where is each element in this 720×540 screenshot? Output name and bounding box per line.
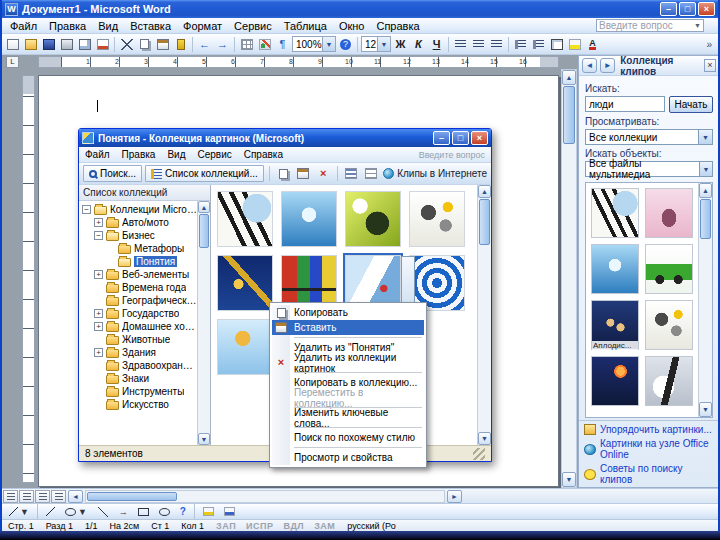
clip-running-people[interactable] [591,188,639,238]
undo-button[interactable]: ← [196,36,213,53]
office-online-link[interactable]: Картинки на узле Office Online [584,438,714,460]
tree-item[interactable]: Времена года [79,281,197,294]
clip-running-people[interactable] [217,191,273,247]
context-delete-from-organizer[interactable]: ×Удалить из коллекции картинок [272,355,424,370]
save-button[interactable] [40,36,57,53]
tree-item[interactable]: −Коллекции Microsoft Office [79,203,197,216]
dialog-close-button[interactable]: × [471,131,488,145]
collapse-icon[interactable]: − [94,231,103,240]
menu-file[interactable]: Файл [4,19,43,33]
fill-color-button[interactable] [199,505,218,519]
print-layout-view-button[interactable] [35,490,50,503]
help-button[interactable]: ? [337,36,354,53]
clip-ice-head[interactable] [591,244,639,294]
draw-actions-menu[interactable]: ▼ [5,505,33,519]
print-button[interactable] [58,36,75,53]
collections-dropdown[interactable]: Все коллекции ▼ [585,129,713,145]
expand-icon[interactable]: + [94,309,103,318]
dialog-menu-file[interactable]: Файл [79,149,116,160]
clip-hot-air-balloon[interactable] [217,319,273,375]
collapse-icon[interactable]: − [82,205,91,214]
tree-item[interactable]: −Бизнес [79,229,197,242]
clip-green-car[interactable] [645,244,693,294]
align-right-button[interactable] [488,36,505,53]
tree-scrollbar[interactable]: ▲ ▼ [197,201,210,445]
dialog-menu-tools[interactable]: Сервис [191,149,237,160]
menu-tools[interactable]: Сервис [228,19,278,33]
context-paste-highlighted[interactable]: Вставить [272,320,424,335]
spelling-button[interactable] [94,36,111,53]
clip-wedding-couple[interactable] [645,356,693,406]
collection-list-toggle-button[interactable]: Список коллекций... [145,165,264,182]
context-find-similar-style[interactable]: Поиск по похожему стилю [272,430,424,445]
bullets-button[interactable] [530,36,547,53]
tree-item[interactable]: Здравоохранение [79,359,197,372]
redo-button[interactable]: → [214,36,231,53]
tree-item[interactable]: Искусство [79,398,197,411]
resize-grip[interactable] [473,448,485,460]
dialog-maximize-button[interactable]: □ [452,131,469,145]
scroll-down-icon[interactable]: ▼ [478,432,491,445]
align-center-button[interactable] [470,36,487,53]
scroll-down-icon[interactable]: ▼ [699,402,712,417]
scrollbar-thumb[interactable] [563,86,575,144]
format-painter-button[interactable] [172,36,189,53]
scrollbar-thumb[interactable] [479,199,490,245]
menu-edit[interactable]: Правка [43,19,92,33]
tree-item[interactable]: +Веб-элементы [79,268,197,281]
show-paragraph-button[interactable]: ¶ [274,36,291,53]
context-move-to-collection-disabled[interactable]: Переместить в коллекцию... [272,390,424,405]
font-size-combo[interactable]: 12 ▼ [361,36,391,52]
search-tips-link[interactable]: Советы по поиску клипов [584,463,714,485]
dialog-title-bar[interactable]: Понятия - Коллекция картинок (Microsoft)… [79,129,491,147]
go-button[interactable]: Начать [669,96,713,113]
drawing-button[interactable] [256,36,273,53]
toolbar-overflow-button[interactable]: » [702,39,716,50]
expand-icon[interactable]: + [94,348,103,357]
dialog-delete-button[interactable]: × [315,165,332,182]
clips-online-link[interactable]: Клипы в Интернете [383,168,487,179]
tree-item[interactable]: Географические карты [79,294,197,307]
tree-item[interactable]: +Здания [79,346,197,359]
document-vertical-scrollbar[interactable]: ▲ ▼ [561,69,577,488]
line-color-button[interactable] [220,505,239,519]
dialog-menu-edit[interactable]: Правка [116,149,162,160]
close-button[interactable]: × [698,2,715,16]
clip-applause[interactable]: Аплодис... [591,300,639,350]
scroll-down-icon[interactable]: ▼ [562,472,576,487]
scroll-up-icon[interactable]: ▲ [198,201,210,213]
organize-clips-link[interactable]: Упорядочить картинки... [584,424,714,435]
scroll-left-icon[interactable]: ◄ [68,490,83,503]
scroll-up-icon[interactable]: ▲ [562,70,576,85]
thumbnail-view-button[interactable] [343,165,360,182]
highlight-button[interactable] [566,36,583,53]
bold-button[interactable]: Ж [392,36,409,53]
scroll-up-icon[interactable]: ▲ [478,185,491,198]
select-objects-button[interactable] [42,505,59,519]
tree-item[interactable]: +Авто/мото [79,216,197,229]
ask-question-box[interactable]: Введите вопрос ▼ [596,19,704,32]
clip-ice-head[interactable] [281,191,337,247]
new-document-button[interactable] [4,36,21,53]
expand-icon[interactable]: + [94,218,103,227]
dialog-minimize-button[interactable]: – [433,131,450,145]
tree-item-selected[interactable]: Понятия [79,255,197,268]
menu-insert[interactable]: Вставка [124,19,177,33]
tree-item[interactable]: Знаки [79,372,197,385]
menu-view[interactable]: Вид [92,19,124,33]
align-left-button[interactable] [452,36,469,53]
scrollbar-thumb[interactable] [199,214,209,248]
clip-gold-key[interactable] [217,255,273,311]
scrollbar-thumb[interactable] [87,492,177,501]
context-preview-properties[interactable]: Просмотр и свойства [272,450,424,465]
clip-welder[interactable] [591,356,639,406]
media-type-dropdown[interactable]: Все файлы мультимедиа ▼ [585,161,713,177]
menu-table[interactable]: Таблица [278,19,333,33]
list-view-button[interactable] [363,165,380,182]
search-toggle-button[interactable]: Поиск... [83,165,142,182]
menu-format[interactable]: Формат [177,19,228,33]
results-scrollbar[interactable]: ▲ ▼ [698,183,712,417]
dialog-copy-button[interactable] [275,165,292,182]
numbering-button[interactable] [512,36,529,53]
tab-selector-button[interactable] [6,56,19,68]
